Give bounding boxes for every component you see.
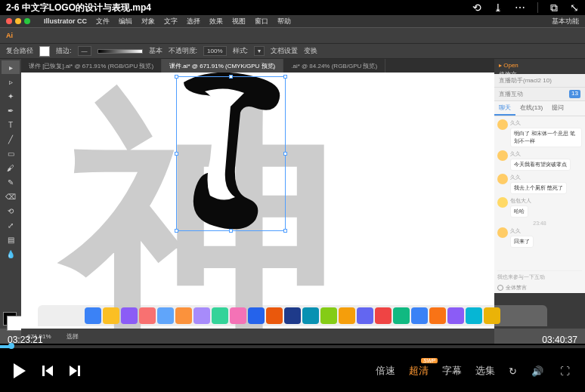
menu-effect[interactable]: 效果 xyxy=(209,17,223,26)
pencil-tool[interactable]: ✎ xyxy=(2,175,20,189)
bounding-box[interactable] xyxy=(176,76,286,231)
fill-swatch[interactable] xyxy=(39,46,50,57)
selection-tool[interactable]: ▸ xyxy=(2,60,20,74)
dock-app-icon[interactable] xyxy=(212,307,228,324)
style-drop[interactable]: ▾ xyxy=(254,46,265,56)
episode-button[interactable]: 选集 xyxy=(475,364,495,378)
play-button[interactable] xyxy=(14,363,26,378)
dock-app-icon[interactable] xyxy=(320,307,337,324)
dock-app-icon[interactable] xyxy=(375,307,392,324)
pen-tool[interactable]: ✒ xyxy=(2,103,20,117)
dock-app-icon[interactable] xyxy=(484,307,500,324)
share-icon[interactable]: ⟲ xyxy=(472,2,481,14)
chat-bubble: 哈哈 xyxy=(510,205,528,218)
subtitle-button[interactable]: 字幕 xyxy=(442,364,462,378)
dock-app-icon[interactable] xyxy=(357,307,373,324)
chat-tab-online[interactable]: 在线(13) xyxy=(515,101,547,116)
dock-app-icon[interactable] xyxy=(429,307,446,324)
handle-bl[interactable] xyxy=(175,229,178,233)
quality-button[interactable]: 超清SWP xyxy=(409,364,429,378)
minimize-icon[interactable] xyxy=(15,18,21,24)
more-icon[interactable]: ⋯ xyxy=(515,2,525,14)
fullscreen-icon[interactable]: ⛶ xyxy=(558,364,571,378)
chat-mute-row[interactable]: 全体禁言 xyxy=(497,284,527,292)
type-tool[interactable]: T xyxy=(2,118,20,131)
mac-dock xyxy=(38,305,547,326)
dock-app-icon[interactable] xyxy=(411,307,428,324)
dock-app-icon[interactable] xyxy=(302,307,319,324)
chat-input[interactable]: 我也来参与一下互动 xyxy=(497,270,582,281)
dock-app-icon[interactable] xyxy=(447,307,464,324)
dock-app-icon[interactable] xyxy=(466,307,482,324)
gradient-tool[interactable]: ▤ xyxy=(2,233,20,246)
stroke-weight[interactable]: — xyxy=(78,46,91,56)
dock-app-icon[interactable] xyxy=(139,307,156,324)
direct-select-tool[interactable]: ▹ xyxy=(2,75,20,88)
dock-app-icon[interactable] xyxy=(157,307,174,324)
progress-bar[interactable] xyxy=(0,345,585,348)
speed-button[interactable]: 倍速 xyxy=(376,364,395,378)
handle-tr[interactable] xyxy=(283,75,287,79)
eraser-tool[interactable]: ⌫ xyxy=(2,190,20,203)
wand-tool[interactable]: ✦ xyxy=(2,89,20,103)
radio-icon[interactable] xyxy=(497,285,503,291)
menu-select[interactable]: 选择 xyxy=(187,17,200,26)
collapse-icon[interactable]: ⤡ xyxy=(570,2,579,14)
menu-window[interactable]: 窗口 xyxy=(255,17,268,26)
dock-app-icon[interactable] xyxy=(266,307,283,324)
eyedrop-tool[interactable]: 💧 xyxy=(2,247,20,261)
dock-app-icon[interactable] xyxy=(393,307,410,324)
handle-ml[interactable] xyxy=(175,152,178,156)
dock-app-icon[interactable] xyxy=(103,307,119,324)
handle-tm[interactable] xyxy=(229,75,233,79)
dock-app-icon[interactable] xyxy=(339,307,355,324)
chat-live-label: 直播互动 xyxy=(499,90,523,98)
workspace-label[interactable]: 基本功能 xyxy=(552,17,579,26)
doc-tab-1[interactable]: 课件 [已恢复].ai* @ 671.91% (RGB/GPU 预览) xyxy=(21,59,162,73)
doc-tab-2[interactable]: 课件.ai* @ 671.91% (CMYK/GPU 预览) xyxy=(162,59,283,73)
dock-app-icon[interactable] xyxy=(193,307,210,324)
pip-icon[interactable]: ⧉ xyxy=(550,2,558,14)
loop-icon[interactable]: ↻ xyxy=(509,366,517,377)
brush-tool[interactable]: 🖌 xyxy=(2,161,20,174)
dock-app-icon[interactable] xyxy=(230,307,246,324)
handle-mr[interactable] xyxy=(283,152,287,156)
doc-tab-3[interactable]: .ai* @ 84.24% (RGB/GPU 预览) xyxy=(283,59,385,73)
handle-br[interactable] xyxy=(283,229,287,233)
handle-tl[interactable] xyxy=(175,75,178,79)
scale-tool[interactable]: ⤢ xyxy=(2,218,20,232)
next-button[interactable] xyxy=(70,366,80,376)
dock-app-icon[interactable] xyxy=(248,307,265,324)
color-swatches[interactable] xyxy=(2,310,20,327)
zoom-icon[interactable] xyxy=(24,18,30,24)
menu-view[interactable]: 视图 xyxy=(232,17,246,26)
dock-app-icon[interactable] xyxy=(121,307,138,324)
close-icon[interactable] xyxy=(6,18,12,24)
avatar xyxy=(497,174,508,184)
dock-app-icon[interactable] xyxy=(284,307,301,324)
line-tool[interactable]: ╱ xyxy=(2,132,20,146)
rect-tool[interactable]: ▭ xyxy=(2,147,20,160)
progress-handle[interactable] xyxy=(8,343,14,349)
opacity-value[interactable]: 100% xyxy=(203,46,226,56)
prev-button[interactable] xyxy=(42,366,53,376)
doc-setup-button[interactable]: 文档设置 xyxy=(271,46,298,56)
download-icon[interactable]: ⤓ xyxy=(494,2,503,14)
avatar xyxy=(497,150,508,161)
menu-help[interactable]: 帮助 xyxy=(277,17,291,26)
chat-tab-chat[interactable]: 聊天 xyxy=(494,101,515,116)
menu-edit[interactable]: 编辑 xyxy=(119,17,132,26)
chat-tab-ask[interactable]: 提问 xyxy=(547,101,568,116)
menu-type[interactable]: 文字 xyxy=(164,17,178,26)
handle-bm[interactable] xyxy=(229,229,233,233)
basic-slider[interactable] xyxy=(98,49,143,54)
menu-object[interactable]: 对象 xyxy=(141,17,155,26)
dock-app-icon[interactable] xyxy=(175,307,192,324)
window-controls[interactable] xyxy=(6,18,30,24)
dock-app-icon[interactable] xyxy=(85,307,101,324)
transform-button[interactable]: 变换 xyxy=(304,46,317,56)
menu-file[interactable]: 文件 xyxy=(96,17,110,26)
volume-icon[interactable]: 🔊 xyxy=(531,364,544,378)
rotate-tool[interactable]: ⟲ xyxy=(2,204,20,218)
artboard[interactable]: 神 xyxy=(21,73,494,329)
